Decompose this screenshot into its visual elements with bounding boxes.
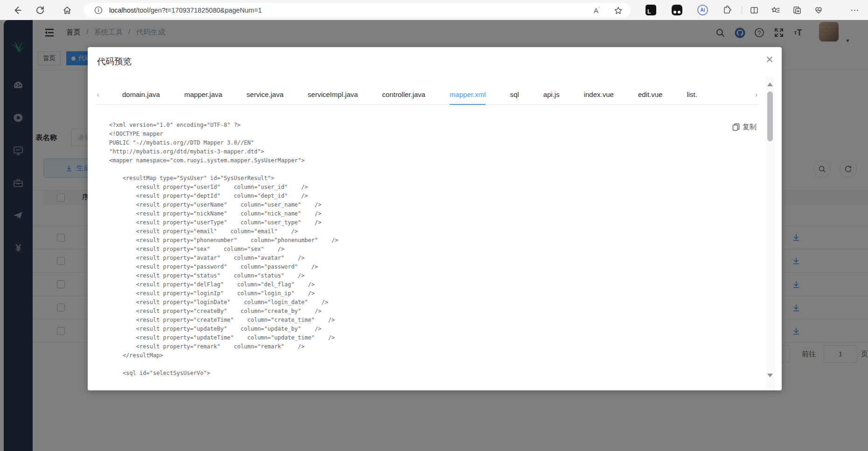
close-icon[interactable]: ✕: [763, 53, 776, 66]
split-screen-icon[interactable]: [748, 4, 760, 16]
tab-mapper-xml[interactable]: mapper.xml: [450, 85, 486, 105]
home-icon[interactable]: [61, 4, 73, 16]
tab-index-vue[interactable]: index.vue: [584, 85, 614, 105]
browser-essentials-icon[interactable]: [812, 4, 825, 16]
file-tabs-bar: ‹ domain.java mapper.java service.java s…: [96, 85, 758, 105]
address-bar[interactable]: localhost/tool/gen?t=1709371825080&pageN…: [84, 3, 631, 17]
tabs-prev-icon[interactable]: ‹: [97, 90, 99, 98]
tabs-next-icon[interactable]: ›: [755, 90, 757, 98]
back-icon[interactable]: [11, 4, 23, 16]
toolbar-divider: [742, 6, 742, 14]
tab-api-js[interactable]: api.js: [543, 85, 560, 105]
code-preview-dialog: 代码预览 ✕ ‹ domain.java mapper.java service…: [88, 47, 782, 390]
site-info-icon[interactable]: [94, 6, 103, 14]
tab-serviceimpl-java[interactable]: serviceImpl.java: [308, 85, 358, 105]
copy-button[interactable]: 复制: [732, 123, 757, 132]
tab-service-java[interactable]: service.java: [247, 85, 284, 105]
favorite-star-icon[interactable]: [612, 4, 624, 16]
dialog-title: 代码预览: [97, 56, 132, 67]
tab-domain-java[interactable]: domain.java: [122, 85, 160, 105]
extensions-puzzle-icon[interactable]: [721, 4, 733, 16]
tab-edit-vue[interactable]: edit.vue: [638, 85, 663, 105]
scroll-down-icon[interactable]: [767, 374, 773, 377]
tab-sql[interactable]: sql: [510, 85, 519, 105]
refresh-icon[interactable]: [34, 4, 46, 16]
tab-list-vue[interactable]: list.: [687, 85, 697, 105]
scroll-up-icon[interactable]: [767, 83, 773, 86]
read-aloud-icon[interactable]: A⁾: [590, 4, 603, 16]
favorites-bar-icon[interactable]: [770, 4, 782, 16]
url-text: localhost/tool/gen?t=1709371825080&pageN…: [109, 7, 262, 14]
browser-toolbar: localhost/tool/gen?t=1709371825080&pageN…: [0, 0, 868, 20]
extension-dots-icon[interactable]: [672, 5, 682, 15]
tab-mapper-java[interactable]: mapper.java: [184, 85, 222, 105]
scrollbar-thumb[interactable]: [767, 91, 773, 141]
tab-controller-java[interactable]: controller.java: [382, 85, 425, 105]
code-content[interactable]: <?xml version="1.0" encoding="UTF-8" ?> …: [109, 121, 734, 378]
modal-scrollbar[interactable]: [765, 76, 775, 390]
browser-menu-icon[interactable]: ⋯: [849, 4, 861, 16]
collections-icon[interactable]: [791, 4, 803, 16]
extension-ai-icon[interactable]: Ai: [697, 5, 708, 15]
extension-l-icon[interactable]: L: [646, 5, 656, 15]
